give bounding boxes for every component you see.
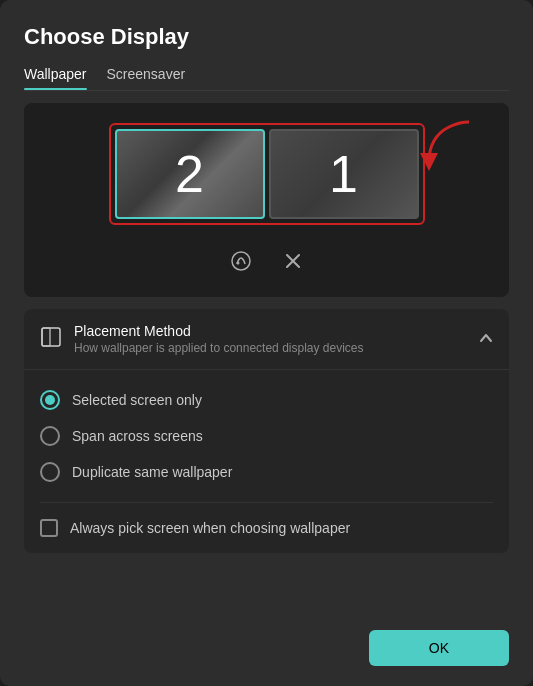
monitor-action-icons [225, 245, 309, 277]
placement-section-header[interactable]: Placement Method How wallpaper is applie… [24, 309, 509, 370]
svg-rect-5 [42, 328, 60, 346]
style-icon [230, 250, 252, 272]
close-icon [285, 253, 301, 269]
placement-subtitle: How wallpaper is applied to connected di… [74, 341, 364, 355]
monitors-selection-area: 2 1 [109, 123, 425, 225]
tab-screensaver[interactable]: Screensaver [107, 66, 186, 90]
monitor-1-number: 1 [329, 144, 358, 204]
radio-duplicate[interactable]: Duplicate same wallpaper [40, 462, 493, 482]
radio-span[interactable]: Span across screens [40, 426, 493, 446]
close-icon-button[interactable] [277, 245, 309, 277]
radio-duplicate-indicator [40, 462, 60, 482]
svg-point-2 [236, 262, 239, 265]
svg-point-1 [232, 252, 250, 270]
dialog-title: Choose Display [24, 24, 509, 50]
chevron-up-icon [479, 331, 493, 348]
radio-group: Selected screen only Span across screens… [40, 382, 493, 490]
radio-duplicate-label: Duplicate same wallpaper [72, 464, 232, 480]
ok-button[interactable]: OK [369, 630, 509, 666]
display-preview-area: 2 1 [24, 103, 509, 297]
placement-section: Placement Method How wallpaper is applie… [24, 309, 509, 553]
placement-svg-icon [40, 326, 62, 348]
monitor-2[interactable]: 2 [115, 129, 265, 219]
style-icon-button[interactable] [225, 245, 257, 277]
radio-span-label: Span across screens [72, 428, 203, 444]
always-pick-label: Always pick screen when choosing wallpap… [70, 520, 350, 536]
always-pick-checkbox[interactable] [40, 519, 58, 537]
radio-selected-only-label: Selected screen only [72, 392, 202, 408]
radio-selected-only-indicator [40, 390, 60, 410]
dialog-footer: OK [24, 614, 509, 666]
radio-selected-only-dot [45, 395, 55, 405]
radio-selected-only[interactable]: Selected screen only [40, 390, 493, 410]
monitor-2-number: 2 [175, 144, 204, 204]
tab-wallpaper[interactable]: Wallpaper [24, 66, 87, 90]
placement-body: Selected screen only Span across screens… [24, 370, 509, 502]
placement-title: Placement Method [74, 323, 364, 339]
svg-rect-6 [42, 328, 50, 346]
choose-display-dialog: Choose Display Wallpaper Screensaver 2 1 [0, 0, 533, 686]
tabs-container: Wallpaper Screensaver [24, 66, 509, 91]
placement-icon [40, 326, 62, 353]
always-pick-checkbox-row[interactable]: Always pick screen when choosing wallpap… [24, 503, 509, 553]
radio-span-indicator [40, 426, 60, 446]
monitor-1[interactable]: 1 [269, 129, 419, 219]
